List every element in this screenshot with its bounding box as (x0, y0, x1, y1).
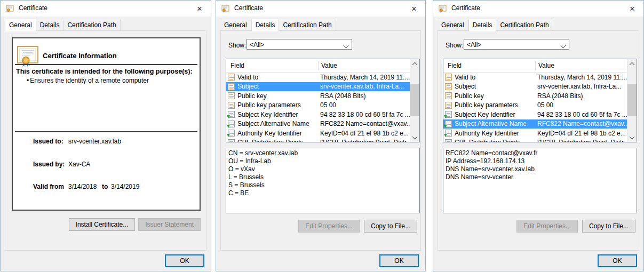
field-name: Subject (455, 83, 476, 90)
scroll-up-icon[interactable] (627, 59, 637, 68)
certificate-information-heading: Certificate Information (43, 52, 117, 60)
scroll-down-icon[interactable] (627, 133, 637, 142)
field-row[interactable]: Public key RSA (2048 Bits) (443, 91, 627, 101)
close-icon[interactable]: ✕ (188, 1, 211, 17)
field-icon (228, 102, 235, 109)
title-bar: Certificate ✕ (216, 1, 425, 17)
field-value-preview: CN = srv-vcenter.xav.labOU = Infra-LabO … (226, 148, 420, 213)
dialog-footer: OK (433, 251, 643, 271)
extension-icon (445, 111, 452, 118)
field-icon (445, 83, 452, 90)
field-row[interactable]: Subject srv-vcenter.xav.lab, Infra-La... (443, 82, 627, 92)
tab[interactable]: Certification Path (63, 20, 120, 31)
tab[interactable]: General (220, 20, 251, 31)
install-certificate-button[interactable]: Install Certificate... (69, 218, 136, 231)
certificate-dialog-general: Certificate ✕ GeneralDetailsCertificatio… (0, 0, 211, 271)
tab[interactable]: Certification Path (279, 20, 336, 31)
field-row[interactable]: Subject Key Identifier 94 82 33 18 00 cd… (443, 110, 627, 119)
close-icon[interactable]: ✕ (403, 1, 425, 17)
ok-button[interactable]: OK (598, 254, 637, 267)
window-title: Certificate (19, 4, 47, 12)
scroll-down-icon[interactable] (410, 133, 419, 142)
field-icon (445, 74, 452, 81)
field-icon (228, 92, 235, 99)
certificate-dialog-details-san: Certificate ✕ GeneralDetailsCertificatio… (433, 0, 644, 271)
field-row[interactable]: CRL Distribution Points [1]CRL Distribut… (443, 138, 627, 142)
divider (15, 131, 197, 132)
purpose-list: •Ensures the identity of a remote comput… (27, 77, 149, 85)
field-name: Authority Key Identifier (455, 130, 519, 137)
divider (15, 64, 197, 65)
field-value: srv-vcenter.xav.lab, Infra-La... (320, 83, 410, 90)
field-value: RFC822 Name=contact@vxav... (537, 120, 627, 127)
field-row[interactable]: Subject Key Identifier 94 82 33 18 00 cd… (226, 110, 410, 119)
field-row[interactable]: Authority Key Identifier KeyID=04 df 21 … (226, 129, 410, 138)
preview-line: DNS Name=srv-vcenter.xav.lab (446, 165, 637, 173)
list-header: Field Value (226, 59, 410, 73)
copy-to-file-button[interactable]: Copy to File... (364, 220, 417, 233)
field-value: RSA (2048 Bits) (320, 92, 410, 100)
tab[interactable]: General (5, 19, 36, 31)
extension-icon (445, 130, 452, 137)
field-name: Valid to (237, 74, 258, 81)
show-dropdown[interactable]: <All> (247, 39, 352, 50)
close-icon[interactable]: ✕ (621, 1, 643, 17)
tab[interactable]: General (438, 20, 468, 31)
tab[interactable]: Details (36, 20, 64, 31)
field-value: 94 82 33 18 00 cd 60 5f fa 7c ... (537, 111, 627, 118)
preview-line: RFC822 Name=contact@vxav.fr (446, 149, 637, 157)
field-name: Subject Key Identifier (237, 111, 298, 118)
field-row[interactable]: Valid to Thursday, March 14, 2019 11:... (226, 73, 410, 82)
field-value: 94 82 33 18 00 cd 60 5f fa 7c ... (320, 111, 410, 118)
show-dropdown[interactable]: <All> (464, 39, 569, 50)
preview-line: OU = Infra-Lab (228, 157, 419, 165)
scroll-up-icon[interactable] (410, 59, 419, 68)
issued-to-value: srv-vcenter.xav.lab (68, 138, 121, 145)
field-row[interactable]: Public key parameters 05 00 (226, 101, 410, 110)
field-icon (228, 83, 235, 90)
details-tab-page: Show: <All> Field Value Valid to (220, 30, 421, 251)
field-value: RSA (2048 Bits) (537, 92, 627, 100)
scrollbar[interactable] (410, 59, 419, 142)
tab-bar: GeneralDetailsCertification Path (438, 19, 553, 31)
preview-line: O = vXav (228, 165, 419, 173)
certificate-info-box: Certificate Information This certificate… (12, 37, 201, 211)
issued-by-value: Xav-CA (68, 161, 90, 168)
scrollbar-thumb[interactable] (410, 84, 419, 116)
list-header: Field Value (443, 59, 627, 73)
field-name: Public key parameters (237, 101, 301, 109)
field-row[interactable]: CRL Distribution Points [1]CRL Distribut… (226, 138, 410, 142)
dialog-footer: OK (1, 251, 211, 271)
show-dropdown-value: <All> (467, 41, 481, 49)
field-name: Public key parameters (455, 101, 518, 109)
ok-button[interactable]: OK (165, 254, 204, 267)
valid-to-value: 3/14/2019 (111, 183, 139, 190)
field-name: Subject (237, 83, 259, 90)
copy-to-file-button[interactable]: Copy to File... (582, 220, 635, 233)
tab[interactable]: Details (251, 19, 280, 31)
valid-from-value: 3/14/2018 (68, 183, 97, 190)
tab[interactable]: Certification Path (496, 20, 553, 31)
field-name: CRL Distribution Points (237, 139, 304, 142)
details-tab-page: Show: <All> Field Value Valid to (438, 30, 639, 251)
certificate-icon (221, 4, 230, 13)
tab[interactable]: Details (468, 19, 497, 31)
ok-button[interactable]: OK (379, 254, 419, 267)
field-row[interactable]: Valid to Thursday, March 14, 2019 11:... (443, 73, 627, 82)
scrollbar[interactable] (627, 59, 637, 142)
scrollbar-thumb[interactable] (627, 84, 637, 116)
valid-from-label: Valid from (33, 183, 64, 190)
extension-icon (228, 139, 235, 142)
field-row[interactable]: Authority Key Identifier KeyID=04 df 21 … (443, 129, 627, 138)
show-dropdown-value: <All> (250, 41, 264, 49)
field-row[interactable]: Public key RSA (2048 Bits) (226, 91, 410, 101)
field-row[interactable]: Public key parameters 05 00 (443, 101, 627, 110)
issued-to-label: Issued to: (33, 138, 63, 145)
field-name: Valid to (455, 74, 475, 81)
certificate-icon (439, 4, 447, 13)
field-row[interactable]: Subject srv-vcenter.xav.lab, Infra-La... (226, 82, 410, 92)
edit-properties-button: Edit Properties... (516, 220, 578, 233)
extension-icon (445, 121, 452, 127)
field-row[interactable]: Subject Alternative Name RFC822 Name=con… (226, 119, 410, 129)
field-row[interactable]: Subject Alternative Name RFC822 Name=con… (443, 119, 627, 129)
